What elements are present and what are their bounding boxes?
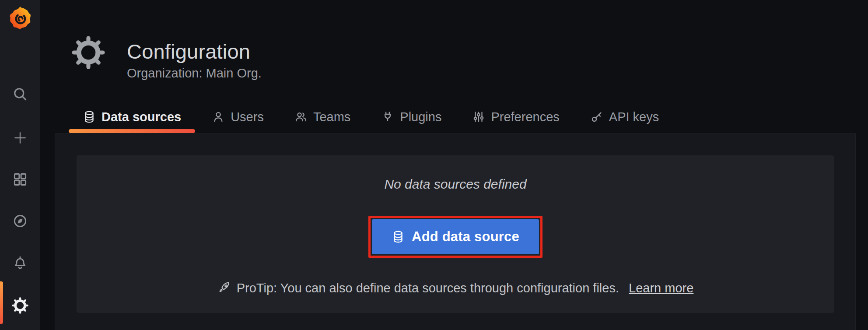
tab-teams[interactable]: Teams [280,105,364,129]
explore-compass-icon [12,213,28,229]
tab-plugins[interactable]: Plugins [367,105,455,129]
user-icon [212,110,225,123]
protip: ProTip: You can also define data sources… [217,280,694,296]
sidebar-active-indicator [0,281,3,324]
grafana-logo[interactable] [0,5,40,32]
empty-state-message: No data sources defined [384,176,526,192]
tab-label: Plugins [400,110,441,124]
tab-label: Data sources [102,110,181,124]
tab-users[interactable]: Users [198,105,278,129]
protip-text: ProTip: You can also define data sources… [237,280,619,296]
tab-content: No data sources defined Add data source [55,133,856,330]
search-icon [12,86,28,102]
dashboards-grid-icon [12,172,28,187]
database-icon [392,230,405,243]
alerting-bell-icon [12,255,28,270]
tab-preferences[interactable]: Preferences [458,105,573,129]
tab-data-sources[interactable]: Data sources [69,105,195,129]
team-icon [294,110,308,123]
learn-more-link[interactable]: Learn more [629,280,693,296]
page-title: Configuration [127,39,250,64]
tab-label: Users [231,110,264,124]
add-data-source-button[interactable]: Add data source [372,219,539,254]
plus-icon [12,130,28,146]
tab-label: API keys [609,110,659,124]
tab-label: Teams [313,110,350,124]
sidebar-item-create[interactable] [0,130,40,146]
sidebar-item-search[interactable] [0,86,40,102]
key-icon [590,110,603,123]
plug-icon [381,110,394,123]
grafana-logo-icon [7,5,33,32]
add-data-source-label: Add data source [412,229,519,245]
database-icon [83,110,96,123]
sidebar-item-alerting[interactable] [0,255,40,270]
sidebar-item-dashboards[interactable] [0,172,40,187]
sidebar-item-configuration[interactable] [0,297,40,314]
sidebar-item-explore[interactable] [0,213,40,229]
rocket-icon [217,281,231,295]
sliders-icon [472,110,485,123]
tab-label: Preferences [491,110,559,124]
highlight-box: Add data source [368,216,542,258]
configuration-gear-icon [12,297,28,314]
sidebar [0,0,40,330]
gear-icon [72,36,105,69]
tab-bar: Data sources Users Teams [69,105,676,129]
page-subtitle: Organization: Main Org. [127,66,262,81]
tab-api-keys[interactable]: API keys [576,105,673,129]
empty-datasources-panel: No data sources defined Add data source [77,155,834,313]
